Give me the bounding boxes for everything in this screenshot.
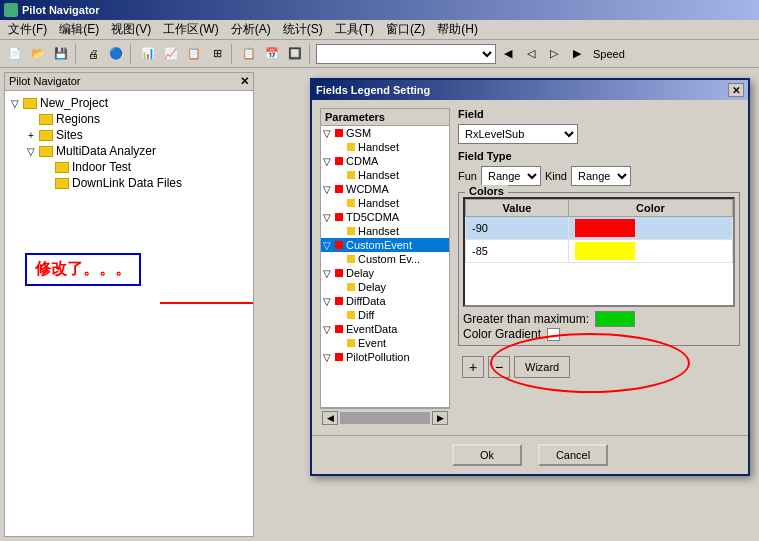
toggle-gsm[interactable]: ▽ <box>323 128 335 139</box>
toggle-indoor[interactable] <box>41 161 53 173</box>
param-eventdata-child[interactable]: Event <box>333 336 449 350</box>
param-customevent-child[interactable]: Custom Ev... <box>333 252 449 266</box>
toggle-root[interactable]: ▽ <box>9 97 21 109</box>
col-color-header: Color <box>568 200 732 217</box>
menu-file[interactable]: 文件(F) <box>2 19 53 40</box>
tb-btn7[interactable]: 📈 <box>160 43 182 65</box>
nav-panel: Pilot Navigator ✕ ▽ New_Project Regions <box>4 72 254 537</box>
icon-gsm-handset <box>347 143 355 151</box>
tb-nav-prev2[interactable]: ◁ <box>520 43 542 65</box>
tb-dropdown[interactable] <box>316 44 496 64</box>
greater-color-box[interactable] <box>595 311 635 327</box>
icon-customevent <box>335 241 343 249</box>
scroll-right-btn[interactable]: ▶ <box>432 411 448 425</box>
scroll-left-btn[interactable]: ◀ <box>322 411 338 425</box>
param-wcdma-handset[interactable]: Handset <box>333 196 449 210</box>
param-delay-child[interactable]: Delay <box>333 280 449 294</box>
toggle-cdma[interactable]: ▽ <box>323 156 335 167</box>
tb-btn8[interactable]: 📋 <box>183 43 205 65</box>
scroll-track[interactable] <box>340 412 430 424</box>
tb-btn11[interactable]: 📅 <box>261 43 283 65</box>
param-cdma[interactable]: ▽ CDMA <box>321 154 449 168</box>
gradient-label: Color Gradient <box>463 327 541 341</box>
param-customevent[interactable]: ▽ CustomEvent <box>321 238 449 252</box>
toggle-diffdata[interactable]: ▽ <box>323 296 335 307</box>
tb-btn10[interactable]: 📋 <box>238 43 260 65</box>
param-label-eventdata: EventData <box>346 323 397 335</box>
param-delay[interactable]: ▽ Delay <box>321 266 449 280</box>
tree-label-root: New_Project <box>40 96 108 110</box>
menu-view[interactable]: 视图(V) <box>105 19 157 40</box>
tree-item-root[interactable]: ▽ New_Project <box>9 95 249 111</box>
icon-cdma <box>335 157 343 165</box>
wizard-btn[interactable]: Wizard <box>514 356 570 378</box>
tree-label-downlink: DownLink Data Files <box>72 176 182 190</box>
toggle-td5cdma[interactable]: ▽ <box>323 212 335 223</box>
tb-new-btn[interactable]: 📄 <box>4 43 26 65</box>
tree-item-sites[interactable]: + Sites <box>25 127 249 143</box>
menu-tools[interactable]: 工具(T) <box>329 19 380 40</box>
menu-analyze[interactable]: 分析(A) <box>225 19 277 40</box>
menu-window[interactable]: 窗口(Z) <box>380 19 431 40</box>
toggle-sites[interactable]: + <box>25 129 37 141</box>
param-label-customevent-child: Custom Ev... <box>358 253 420 265</box>
tb-btn5[interactable]: 🔵 <box>105 43 127 65</box>
field-type-row: Fun Range Kind Range <box>458 166 740 186</box>
kind-dropdown[interactable]: Range <box>571 166 631 186</box>
tree-item-downlink[interactable]: DownLink Data Files <box>41 175 249 191</box>
field-dropdown[interactable]: RxLevelSub <box>458 124 578 144</box>
col-value-header: Value <box>466 200 569 217</box>
colors-group-title: Colors <box>465 185 508 197</box>
toggle-delay[interactable]: ▽ <box>323 268 335 279</box>
menu-help[interactable]: 帮助(H) <box>431 19 484 40</box>
param-eventdata[interactable]: ▽ EventData <box>321 322 449 336</box>
cancel-btn[interactable]: Cancel <box>538 444 608 466</box>
toggle-customevent[interactable]: ▽ <box>323 240 335 251</box>
tree-item-indoor[interactable]: Indoor Test <box>41 159 249 175</box>
param-cdma-handset[interactable]: Handset <box>333 168 449 182</box>
param-td5cdma[interactable]: ▽ TD5CDMA <box>321 210 449 224</box>
remove-color-btn[interactable]: − <box>488 356 510 378</box>
add-color-btn[interactable]: + <box>462 356 484 378</box>
ok-btn[interactable]: Ok <box>452 444 522 466</box>
fun-dropdown[interactable]: Range <box>481 166 541 186</box>
tb-btn12[interactable]: 🔲 <box>284 43 306 65</box>
param-gsm[interactable]: ▽ GSM <box>321 126 449 140</box>
tb-save-btn[interactable]: 💾 <box>50 43 72 65</box>
nav-close-btn[interactable]: ✕ <box>240 75 249 88</box>
param-diffdata[interactable]: ▽ DiffData <box>321 294 449 308</box>
toggle-eventdata[interactable]: ▽ <box>323 324 335 335</box>
toggle-multidata[interactable]: ▽ <box>25 145 37 157</box>
greater-label: Greater than maximum: <box>463 312 589 326</box>
menu-stats[interactable]: 统计(S) <box>277 19 329 40</box>
toggle-pilotpollution[interactable]: ▽ <box>323 352 335 363</box>
tree-item-regions[interactable]: Regions <box>25 111 249 127</box>
tb-btn4[interactable]: 🖨 <box>82 43 104 65</box>
color-row-1[interactable]: -85 <box>466 240 733 263</box>
tb-nav-prev[interactable]: ◀ <box>497 43 519 65</box>
dialog-close-btn[interactable]: ✕ <box>728 83 744 97</box>
param-diffdata-child[interactable]: Diff <box>333 308 449 322</box>
gradient-checkbox[interactable] <box>547 328 560 341</box>
toggle-regions[interactable] <box>25 113 37 125</box>
color-row-0[interactable]: -90 <box>466 217 733 240</box>
tb-nav-next[interactable]: ▷ <box>543 43 565 65</box>
speed-label: Speed <box>593 48 625 60</box>
tb-open-btn[interactable]: 📂 <box>27 43 49 65</box>
tree-item-multidata[interactable]: ▽ MultiData Analyzer <box>25 143 249 159</box>
tb-btn6[interactable]: 📊 <box>137 43 159 65</box>
toggle-wcdma[interactable]: ▽ <box>323 184 335 195</box>
icon-diffdata <box>335 297 343 305</box>
toggle-downlink[interactable] <box>41 177 53 189</box>
param-wcdma[interactable]: ▽ WCDMA <box>321 182 449 196</box>
param-pilotpollution[interactable]: ▽ PilotPollution <box>321 350 449 364</box>
param-diffdata-child-container: Diff <box>321 308 449 322</box>
menu-workspace[interactable]: 工作区(W) <box>157 19 224 40</box>
annotation-text: 修改了。。。 <box>35 260 131 277</box>
tree-indent-downlink: DownLink Data Files <box>25 175 249 191</box>
tb-btn9[interactable]: ⊞ <box>206 43 228 65</box>
param-td5cdma-handset[interactable]: Handset <box>333 224 449 238</box>
param-gsm-handset[interactable]: Handset <box>333 140 449 154</box>
menu-edit[interactable]: 编辑(E) <box>53 19 105 40</box>
tb-nav-next2[interactable]: ▶ <box>566 43 588 65</box>
